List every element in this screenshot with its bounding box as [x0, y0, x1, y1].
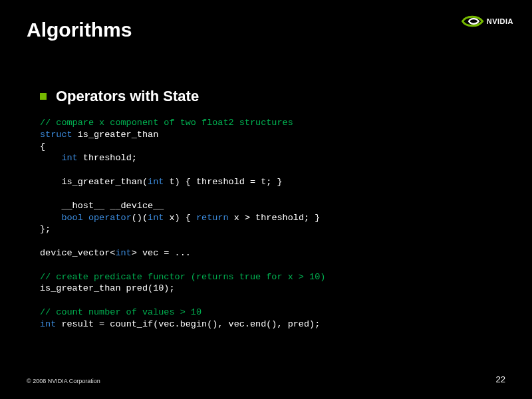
code-block: // compare x component of two float2 str… [40, 117, 505, 331]
code-token: int [148, 213, 164, 223]
code-token: t) { threshold = t; } [164, 177, 282, 187]
subtitle: Operators with State [56, 88, 199, 105]
code-token: is_greater_than [72, 130, 159, 140]
code-token [83, 213, 88, 223]
slide-title: Algorithms [27, 19, 505, 41]
code-line: { [40, 142, 45, 152]
code-token: threshold; [78, 153, 137, 163]
nvidia-logo-text: NVIDIA [487, 17, 513, 25]
code-token: device_vector< [40, 248, 115, 258]
code-token: operator [88, 213, 132, 223]
code-line: }; [40, 224, 51, 234]
code-token: x) { [164, 213, 196, 223]
bullet-icon [40, 93, 47, 100]
code-line: // create predicate functor (returns tru… [40, 272, 325, 282]
code-token: int [148, 177, 164, 187]
code-token: is_greater_than( [40, 177, 148, 187]
code-line: // count number of values > 10 [40, 307, 201, 317]
code-line: // compare x component of two float2 str… [40, 118, 293, 128]
code-token: ()( [132, 213, 148, 223]
slide: Algorithms NVIDIA Operators with State /… [0, 0, 532, 399]
code-token [40, 153, 61, 163]
copyright-footer: © 2008 NVIDIA Corporation [27, 378, 100, 384]
code-token: return [196, 213, 229, 223]
code-token: result = count_if(vec.begin(), vec.end()… [56, 319, 320, 329]
nvidia-logo: NVIDIA [460, 12, 513, 31]
code-token: int [61, 153, 77, 163]
code-token: struct [40, 130, 72, 140]
subtitle-row: Operators with State [40, 88, 505, 105]
code-token: int [115, 248, 131, 258]
code-token [40, 213, 61, 223]
code-token: bool [61, 213, 82, 223]
code-token: int [40, 319, 56, 329]
page-number: 22 [496, 374, 505, 384]
code-token: > vec = ... [132, 248, 191, 258]
nvidia-eye-icon [460, 12, 484, 31]
code-token: x > threshold; } [229, 213, 321, 223]
code-line: is_greater_than pred(10); [40, 283, 175, 293]
code-line: __host__ __device__ [40, 201, 164, 211]
